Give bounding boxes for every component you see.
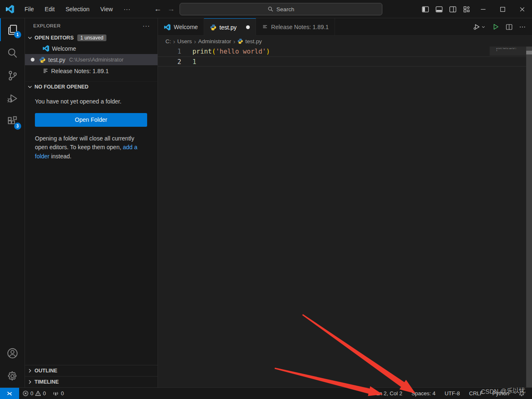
menu-file[interactable]: File	[20, 4, 38, 14]
vscode-logo-icon	[5, 5, 15, 14]
run-file-button[interactable]	[492, 23, 500, 31]
ports-count: 0	[61, 390, 64, 397]
editor-more-actions-button[interactable]	[519, 23, 526, 31]
timeline-section-header[interactable]: TIMELINE	[25, 376, 158, 387]
indentation-setting[interactable]: Spaces: 4	[407, 388, 440, 399]
command-center-search[interactable]: Search	[180, 3, 382, 15]
open-editor-welcome[interactable]: Welcome	[25, 43, 158, 54]
maximize-button[interactable]	[493, 0, 512, 18]
breadcrumb-separator: ›	[194, 38, 196, 45]
tab-testpy[interactable]: test.py	[204, 18, 256, 36]
breadcrumb-file-label: test.py	[245, 38, 262, 44]
activitybar-explorer[interactable]: 1	[0, 18, 25, 41]
no-folder-message: You have not yet opened a folder.	[35, 97, 148, 106]
activitybar-accounts[interactable]	[0, 342, 25, 365]
release-notes-icon	[262, 24, 268, 30]
customize-layout-button[interactable]	[460, 0, 473, 18]
chevron-down-icon	[481, 25, 486, 30]
tab-label: Release Notes: 1.89.1	[271, 24, 329, 30]
breadcrumb-drive[interactable]: C:	[165, 38, 171, 44]
title-bar: File Edit Selection View ··· ← → Search	[0, 0, 532, 18]
errors-count: 0	[30, 390, 33, 397]
run-with-gear-icon	[473, 23, 481, 31]
code-line-1: 1 print('hello world')	[158, 47, 532, 57]
menu-more-button[interactable]: ···	[119, 4, 135, 14]
breadcrumb-users[interactable]: Users	[177, 38, 192, 44]
minimize-button[interactable]	[473, 0, 493, 18]
warnings-count: 0	[43, 390, 46, 397]
menu-view[interactable]: View	[96, 4, 117, 14]
activitybar-run-debug[interactable]	[0, 87, 25, 110]
python-icon	[210, 24, 217, 31]
toggle-secondary-sidebar-button[interactable]	[446, 0, 460, 18]
open-editor-release-notes[interactable]: Release Notes: 1.89.1	[25, 65, 158, 76]
open-editor-label: test.py	[48, 57, 65, 63]
search-placeholder: Search	[276, 6, 294, 12]
explorer-sidebar: EXPLORER ··· OPEN EDITORS 1 unsaved Welc…	[25, 18, 158, 387]
tab-release-notes[interactable]: Release Notes: 1.89.1	[256, 18, 335, 36]
split-editor-button[interactable]	[505, 23, 513, 31]
tab-bar: Welcome test.py Release Notes: 1.89.1	[158, 18, 532, 36]
toggle-primary-sidebar-button[interactable]	[419, 0, 432, 18]
code-text: 1	[181, 57, 196, 66]
breadcrumb-file[interactable]: test.py	[237, 38, 262, 44]
search-icon	[6, 47, 19, 59]
chevron-right-icon	[27, 379, 33, 385]
release-notes-icon	[42, 68, 49, 74]
minimap[interactable]: print('hello world') 1	[490, 47, 526, 72]
remote-indicator[interactable]	[0, 388, 19, 399]
menu-bar: File Edit Selection View ···	[20, 4, 135, 14]
no-folder-header[interactable]: NO FOLDER OPENED	[25, 81, 158, 91]
errors-icon	[22, 390, 29, 397]
activitybar-search[interactable]	[0, 41, 25, 64]
unsaved-dot[interactable]	[246, 25, 250, 29]
vscode-window: File Edit Selection View ··· ← → Search	[0, 0, 532, 399]
outline-section-header[interactable]: OUTLINE	[25, 365, 158, 376]
breadcrumbs: C: › Users › Administrator › test.py	[158, 36, 532, 47]
outline-label: OUTLINE	[34, 368, 57, 374]
sidebar-title: EXPLORER	[33, 23, 61, 28]
explorer-badge: 1	[14, 31, 21, 38]
search-icon	[268, 6, 273, 12]
activity-bar: 1	[0, 18, 25, 387]
open-folder-button[interactable]: Open Folder	[35, 113, 147, 127]
editor-group: Welcome test.py Release Notes: 1.89.1	[158, 18, 532, 387]
chevron-right-icon	[27, 367, 33, 374]
status-bar: 0 0 0 Ln 2, Col 2 Spaces: 4 UTF-8 CRLF P…	[0, 387, 532, 399]
explorer-more-actions-button[interactable]: ···	[143, 22, 150, 29]
menu-edit[interactable]: Edit	[41, 4, 59, 14]
encoding-setting[interactable]: UTF-8	[440, 388, 465, 399]
ports-indicator[interactable]: 0	[49, 388, 67, 399]
toggle-panel-button[interactable]	[432, 0, 446, 18]
open-editor-path: C:\Users\Administrator	[69, 57, 123, 63]
unsaved-count-badge: 1 unsaved	[77, 34, 106, 41]
gear-icon	[6, 370, 19, 382]
cursor-position[interactable]: Ln 2, Col 2	[372, 388, 407, 399]
open-editor-testpy[interactable]: test.py C:\Users\Administrator	[25, 54, 158, 65]
activitybar-source-control[interactable]	[0, 64, 25, 87]
run-debug-icon	[6, 92, 19, 105]
activitybar-settings[interactable]	[0, 365, 25, 387]
note-text: Opening a folder will close all currentl…	[35, 135, 134, 151]
tab-label: Welcome	[174, 24, 198, 30]
code-editor[interactable]: 1 print('hello world') 2 1 print('hello …	[158, 47, 532, 387]
activitybar-extensions[interactable]: 3	[0, 110, 25, 133]
open-editor-label: Release Notes: 1.89.1	[51, 68, 109, 74]
breadcrumb-separator: ›	[233, 38, 235, 45]
navigate-back-button[interactable]: ←	[154, 5, 161, 13]
no-folder-note: Opening a folder will close all currentl…	[35, 134, 148, 161]
breadcrumb-separator: ›	[173, 38, 175, 45]
editor-scrollbar[interactable]	[526, 47, 532, 387]
minimap-text: 1	[496, 49, 526, 52]
tab-welcome[interactable]: Welcome	[158, 18, 204, 36]
problems-indicator[interactable]: 0 0	[19, 388, 49, 399]
line-number: 1	[158, 47, 181, 57]
broadcast-icon	[52, 390, 59, 397]
run-python-dropdown-button[interactable]	[473, 23, 486, 31]
menu-selection[interactable]: Selection	[62, 4, 94, 14]
open-editors-header[interactable]: OPEN EDITORS 1 unsaved	[25, 33, 158, 43]
chevron-down-icon	[27, 84, 33, 90]
close-window-button[interactable]	[512, 0, 532, 18]
breadcrumb-administrator[interactable]: Administrator	[198, 38, 232, 44]
navigate-forward-button[interactable]: →	[167, 5, 175, 13]
